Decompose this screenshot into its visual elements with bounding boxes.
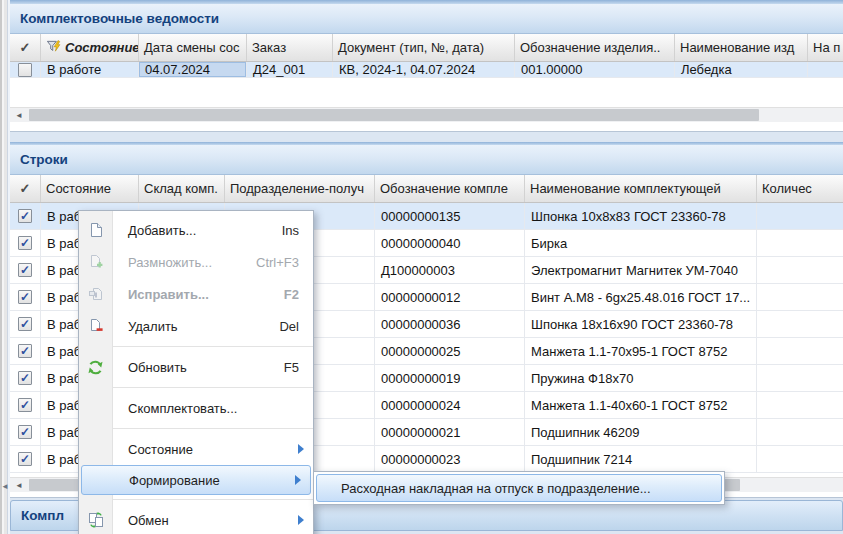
column-product-code[interactable]: Обозначение изделия..: [515, 34, 675, 61]
scroll-left-icon[interactable]: ◄: [12, 478, 26, 492]
cell-part-name[interactable]: Электромагнит Магнитек УМ-7040: [525, 257, 757, 284]
cell-quantity[interactable]: [757, 230, 843, 257]
cell-quantity[interactable]: [757, 284, 843, 311]
check-column-icon: ✓: [20, 181, 31, 196]
cell-part-name[interactable]: Пружина Ф18x70: [525, 365, 757, 392]
cell-part-code[interactable]: 00000000023: [375, 446, 525, 473]
cell-state[interactable]: В работе: [41, 62, 139, 78]
column-check[interactable]: ✓: [10, 34, 41, 61]
strings-header: Строки: [10, 145, 843, 175]
row-checkbox[interactable]: ✓: [18, 371, 32, 385]
row-checkbox[interactable]: ✓: [18, 425, 32, 439]
cell-product-name[interactable]: Лебедка: [675, 62, 808, 78]
cell-part-name[interactable]: Шпонка 10x8x83 ГОСТ 23360-78: [525, 203, 757, 230]
column-part-code[interactable]: Обозначение компле: [375, 175, 525, 202]
panel-title: Компл: [21, 508, 64, 523]
row-checkbox[interactable]: ✓: [18, 452, 32, 466]
menu-item-state[interactable]: Состояние: [79, 433, 313, 465]
column-part-name[interactable]: Наименование комплектующей: [525, 175, 757, 202]
cell-quantity[interactable]: [757, 257, 843, 284]
submenu-item-expense-invoice[interactable]: Расходная накладная на отпуск в подразде…: [316, 474, 722, 502]
menu-item-duplicate[interactable]: Размножить... Ctrl+F3: [79, 246, 313, 278]
menu-item-shortcut: Del: [279, 319, 299, 334]
cell-part-code[interactable]: 00000000012: [375, 284, 525, 311]
menu-item-generation[interactable]: Формирование: [81, 465, 311, 495]
filter-icon: [46, 39, 61, 57]
column-check[interactable]: ✓: [10, 175, 41, 202]
cell-part-code[interactable]: 00000000021: [375, 419, 525, 446]
cell-quantity[interactable]: [757, 446, 843, 473]
cell-quantity[interactable]: [757, 203, 843, 230]
cell-part-name[interactable]: Винт А.М8 - 6gx25.48.016 ГОСТ 17...: [525, 284, 757, 311]
row-checkbox[interactable]: ✓: [18, 236, 32, 250]
edit-document-icon: [79, 286, 112, 302]
picking-lists-table-header: ✓ Состояние Дата смены сос Заказ Докумен…: [10, 34, 843, 62]
splitter-collapse-icon[interactable]: ◄: [1, 482, 9, 491]
column-extra[interactable]: На п: [808, 34, 843, 61]
menu-item-assemble[interactable]: Скомплектовать...: [79, 392, 313, 424]
cell-part-name[interactable]: Шпонка 18x16x90 ГОСТ 23360-78: [525, 311, 757, 338]
picking-lists-hscrollbar[interactable]: ◄: [10, 107, 843, 122]
cell-quantity[interactable]: [757, 338, 843, 365]
column-document[interactable]: Документ (тип, №, дата): [333, 34, 515, 61]
row-checkbox[interactable]: [18, 63, 32, 77]
cell-part-code[interactable]: 00000000036: [375, 311, 525, 338]
column-state-date[interactable]: Дата смены сос: [139, 34, 247, 61]
panel-title: Строки: [20, 152, 68, 167]
cell-part-name[interactable]: Подшипник 7214: [525, 446, 757, 473]
cell-extra[interactable]: [808, 62, 843, 78]
cell-part-name[interactable]: Бирка: [525, 230, 757, 257]
cell-quantity[interactable]: [757, 365, 843, 392]
menu-item-exchange[interactable]: Обмен: [79, 504, 313, 534]
cell-quantity[interactable]: [757, 311, 843, 338]
column-department[interactable]: Подразделение-получ: [225, 175, 375, 202]
cell-part-code[interactable]: 00000000135: [375, 203, 525, 230]
cell-part-code[interactable]: 00000000040: [375, 230, 525, 257]
column-warehouse[interactable]: Склад комп.: [139, 175, 225, 202]
generation-submenu: Расходная накладная на отпуск в подразде…: [313, 471, 725, 505]
column-state-label: Состояние: [65, 40, 139, 55]
cell-part-name[interactable]: Манжета 1.1-40x60-1 ГОСТ 8752: [525, 392, 757, 419]
cell-part-code[interactable]: 00000000024: [375, 392, 525, 419]
menu-item-delete[interactable]: Удалить Del: [79, 310, 313, 342]
cell-product-code[interactable]: 001.00000: [515, 62, 675, 78]
menu-separator: [79, 346, 313, 347]
menu-item-shortcut: F5: [284, 360, 299, 375]
row-checkbox[interactable]: ✓: [18, 398, 32, 412]
cell-quantity[interactable]: [757, 419, 843, 446]
row-checkbox[interactable]: ✓: [18, 290, 32, 304]
menu-item-add[interactable]: Добавить... Ins: [79, 214, 313, 246]
cell-state-date-selected[interactable]: 04.07.2024: [139, 62, 247, 78]
cell-quantity[interactable]: [757, 392, 843, 419]
scrollbar-thumb[interactable]: [29, 109, 759, 121]
refresh-icon: [79, 359, 112, 376]
cell-part-code[interactable]: Д100000003: [375, 257, 525, 284]
scroll-left-icon[interactable]: ◄: [12, 108, 26, 122]
menu-item-label: Состояние: [128, 442, 193, 457]
left-splitter[interactable]: ◄: [0, 0, 10, 534]
strings-table-header: ✓ Состояние Склад комп. Подразделение-по…: [10, 175, 843, 203]
column-quantity[interactable]: Количес: [757, 175, 843, 202]
cell-part-name[interactable]: Манжета 1.1-70x95-1 ГОСТ 8752: [525, 338, 757, 365]
row-checkbox[interactable]: ✓: [18, 209, 32, 223]
column-product-name[interactable]: Наименование изд: [675, 34, 808, 61]
cell-document[interactable]: КВ, 2024-1, 04.07.2024: [333, 62, 515, 78]
table-row[interactable]: В работе 04.07.2024 Д24_001 КВ, 2024-1, …: [10, 62, 843, 78]
cell-order[interactable]: Д24_001: [247, 62, 333, 78]
submenu-arrow-icon: [295, 475, 301, 485]
menu-item-refresh[interactable]: Обновить F5: [79, 351, 313, 383]
column-order[interactable]: Заказ: [247, 34, 333, 61]
row-checkbox[interactable]: ✓: [18, 317, 32, 331]
add-document-icon: [79, 222, 112, 238]
menu-item-edit[interactable]: Исправить... F2: [79, 278, 313, 310]
column-state[interactable]: Состояние: [41, 175, 139, 202]
column-state[interactable]: Состояние: [41, 34, 139, 61]
cell-part-name[interactable]: Подшипник 46209: [525, 419, 757, 446]
row-checkbox[interactable]: ✓: [18, 263, 32, 277]
row-checkbox[interactable]: ✓: [18, 344, 32, 358]
cell-part-code[interactable]: 00000000025: [375, 338, 525, 365]
menu-item-label: Удалить: [128, 319, 178, 334]
menu-item-shortcut: Ins: [282, 223, 299, 238]
cell-part-code[interactable]: 00000000019: [375, 365, 525, 392]
delete-document-icon: [79, 318, 112, 334]
